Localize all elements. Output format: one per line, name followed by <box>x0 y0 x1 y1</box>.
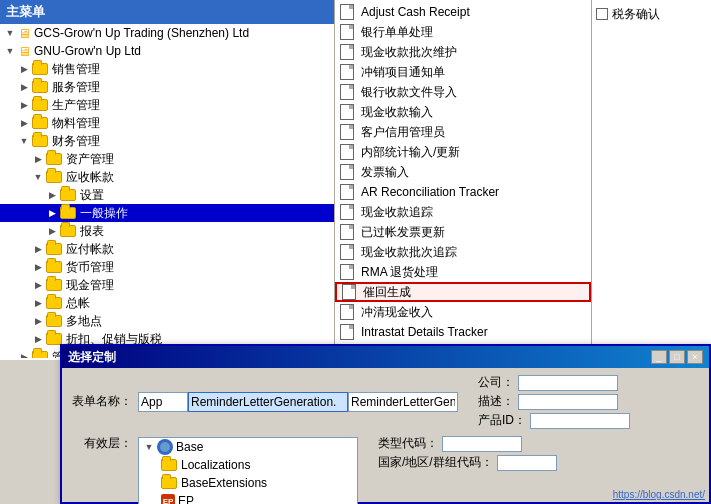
tree-item-baseext[interactable]: BaseExtensions <box>139 474 357 492</box>
tree-item-base[interactable]: ▼ Base <box>139 438 357 456</box>
tree-item-service[interactable]: ▶ 服务管理 <box>0 78 334 96</box>
region-label: 国家/地区/群组代码： <box>378 454 493 471</box>
desc-label: 描述： <box>478 393 514 410</box>
tree-container[interactable]: ▼ 🖥 GCS-Grow'n Up Trading (Shenzhen) Ltd… <box>0 24 334 358</box>
expand-icon: ▶ <box>32 153 44 165</box>
menu-item-cash-reconcile[interactable]: 现金收款追踪 <box>335 202 591 222</box>
tree-label: 应收帐款 <box>66 169 114 186</box>
page-icon <box>341 44 357 60</box>
region-field: 国家/地区/群组代码： <box>378 454 557 471</box>
form-name-input-main[interactable] <box>188 392 348 412</box>
tree-item-ar[interactable]: ▼ 应收帐款 <box>0 168 334 186</box>
expand-icon: ▶ <box>32 243 44 255</box>
menu-item-label: 现金收款批次追踪 <box>361 244 457 261</box>
menu-item-bank-file[interactable]: 银行收款文件导入 <box>335 82 591 102</box>
menu-item-internal-stat[interactable]: 内部统计输入/更新 <box>335 142 591 162</box>
desc-field: 描述： <box>478 393 630 410</box>
tree-label: EP <box>178 494 194 504</box>
maximize-button[interactable]: □ <box>669 350 685 364</box>
menu-item-invoice-input[interactable]: 发票输入 <box>335 162 591 182</box>
form-name-input-suffix[interactable] <box>348 392 458 412</box>
menu-item-label: 内部统计输入/更新 <box>361 144 460 161</box>
menu-item-batch-trace[interactable]: 现金收款批次追踪 <box>335 242 591 262</box>
tree-item-ap[interactable]: ▶ 应付帐款 <box>0 240 334 258</box>
menu-item-reminder-gen[interactable]: 催回生成 <box>335 282 591 302</box>
close-button[interactable]: × <box>687 350 703 364</box>
expand-icon: ▶ <box>46 225 58 237</box>
tree-item-finance[interactable]: ▼ 财务管理 <box>0 132 334 150</box>
menu-item-label: 现金收款输入 <box>361 104 433 121</box>
expand-icon: ▼ <box>32 171 44 183</box>
layer-row: 有效层： ▼ Base Localizations BaseExtensions <box>72 435 699 504</box>
menu-item-label: 银行收款文件导入 <box>361 84 457 101</box>
menu-item-rma[interactable]: RMA 退货处理 <box>335 262 591 282</box>
menu-item-batch-receipt[interactable]: 现金收款输入 <box>335 102 591 122</box>
menu-item-past-due[interactable]: 已过帐发票更新 <box>335 222 591 242</box>
menu-item-label: 银行单单处理 <box>361 24 433 41</box>
tree-label: 货币管理 <box>66 259 114 276</box>
tax-column: 税务确认 <box>591 0 711 360</box>
menu-item-customer-credit[interactable]: 客户信用管理员 <box>335 122 591 142</box>
tree-label: 生产管理 <box>52 97 100 114</box>
folder-icon <box>32 81 48 93</box>
page-icon <box>341 84 357 100</box>
tree-item-assets[interactable]: ▶ 资产管理 <box>0 150 334 168</box>
expand-icon: ▼ <box>4 45 16 57</box>
menu-item-flush-notify[interactable]: 冲销项目通知单 <box>335 62 591 82</box>
tree-item-multisite[interactable]: ▶ 多地点 <box>0 312 334 330</box>
menu-item-adjust-cash[interactable]: Adjust Cash Receipt <box>335 2 591 22</box>
folder-icon <box>32 117 48 129</box>
sidebar-header: 主菜单 <box>0 0 334 24</box>
menu-item-intrastat[interactable]: Intrastat Details Tracker <box>335 322 591 342</box>
menu-item-batch-maintain[interactable]: 现金收款批次维护 <box>335 42 591 62</box>
watermark: https://blog.csdn.net/ <box>613 489 705 500</box>
expand-icon: ▶ <box>46 207 58 219</box>
layer-tree[interactable]: ▼ Base Localizations BaseExtensions EP E… <box>138 437 358 504</box>
tree-item-gnu[interactable]: ▼ 🖥 GNU-Grow'n Up Ltd <box>0 42 334 60</box>
tree-label: Base <box>176 440 203 454</box>
desc-input[interactable] <box>518 394 618 410</box>
tree-item-gcs[interactable]: ▼ 🖥 GCS-Grow'n Up Trading (Shenzhen) Ltd <box>0 24 334 42</box>
type-code-input[interactable] <box>442 436 522 452</box>
menu-item-bank-single[interactable]: 银行单单处理 <box>335 22 591 42</box>
tree-label: GCS-Grow'n Up Trading (Shenzhen) Ltd <box>34 26 249 40</box>
company-input[interactable] <box>518 375 618 391</box>
tree-item-general-ops[interactable]: ▶ 一般操作 <box>0 204 334 222</box>
page-icon <box>341 144 357 160</box>
tree-item-production[interactable]: ▶ 生产管理 <box>0 96 334 114</box>
folder-icon <box>46 261 62 273</box>
menu-item-ar-tracker[interactable]: AR Reconciliation Tracker <box>335 182 591 202</box>
folder-icon <box>46 171 62 183</box>
sidebar: 主菜单 ▼ 🖥 GCS-Grow'n Up Trading (Shenzhen)… <box>0 0 335 360</box>
tree-item-reports[interactable]: ▶ 报表 <box>0 222 334 240</box>
tree-label: 报表 <box>80 223 104 240</box>
form-name-input-prefix[interactable] <box>138 392 188 412</box>
menu-item-label: 现金收款追踪 <box>361 204 433 221</box>
dialog-window: 选择定制 _ □ × 表单名称： 公司： 描述： <box>60 344 711 504</box>
tree-label: 应付帐款 <box>66 241 114 258</box>
folder-icon <box>60 225 76 237</box>
menu-item-flush-cash[interactable]: 冲清现金收入 <box>335 302 591 322</box>
expand-icon: ▶ <box>46 189 58 201</box>
region-input[interactable] <box>497 455 557 471</box>
tree-item-sales[interactable]: ▶ 销售管理 <box>0 60 334 78</box>
folder-icon <box>46 297 62 309</box>
checkbox-icon[interactable] <box>596 8 608 20</box>
product-id-input[interactable] <box>530 413 630 429</box>
folder-icon <box>32 63 48 75</box>
tree-item-cash[interactable]: ▶ 现金管理 <box>0 276 334 294</box>
expand-icon: ▼ <box>4 27 16 39</box>
tree-item-material[interactable]: ▶ 物料管理 <box>0 114 334 132</box>
tree-item-ep[interactable]: EP EP <box>139 492 357 504</box>
folder-icon <box>161 459 177 471</box>
minimize-button[interactable]: _ <box>651 350 667 364</box>
form-name-label: 表单名称： <box>72 393 132 410</box>
tree-item-localizations[interactable]: Localizations <box>139 456 357 474</box>
expand-icon: ▼ <box>143 441 155 453</box>
expand-icon: ▶ <box>18 81 30 93</box>
page-icon <box>341 64 357 80</box>
tree-item-currency[interactable]: ▶ 货币管理 <box>0 258 334 276</box>
expand-icon: ▶ <box>32 315 44 327</box>
tree-item-gl[interactable]: ▶ 总帐 <box>0 294 334 312</box>
tree-item-settings[interactable]: ▶ 设置 <box>0 186 334 204</box>
